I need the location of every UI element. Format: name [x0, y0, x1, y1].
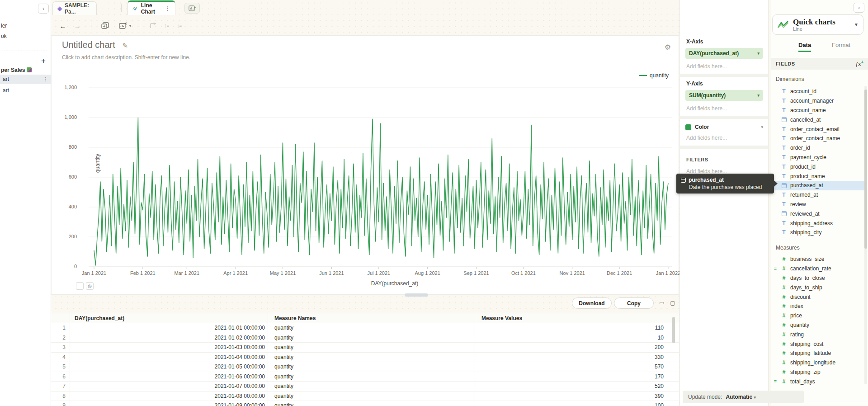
field-item-payment_cycle[interactable]: Tpayment_cycle	[771, 153, 864, 162]
add-chart-button[interactable]: +	[39, 57, 48, 66]
new-chart-tab-button[interactable]	[184, 3, 200, 14]
tab-line-chart[interactable]: Line Chart ⋮	[127, 0, 175, 15]
kebab-menu-icon[interactable]: ⋮	[43, 75, 48, 84]
field-item-order_id[interactable]: Torder_id	[771, 143, 864, 153]
chevron-down-icon[interactable]: ▼	[854, 22, 859, 27]
table-row[interactable]: 42021-01-04 00:00:00quantity330	[51, 353, 679, 363]
x-axis-field-pill[interactable]: DAY(purchased_at) ▾	[685, 48, 763, 59]
chart-description-placeholder[interactable]: Click to add chart description. Shift-en…	[62, 54, 190, 61]
field-item-review[interactable]: Treview	[771, 200, 864, 209]
field-name-label: discount	[790, 294, 811, 300]
y-axis-field-pill[interactable]: SUM(quantity) ▾	[685, 90, 763, 101]
field-item-shipping_address[interactable]: Tshipping_address	[771, 218, 864, 228]
sort-descending-icon[interactable]: ↓≡	[174, 21, 184, 31]
sidebar-item[interactable]: ok	[0, 32, 51, 41]
color-shelf-row[interactable]: Color ▾	[685, 122, 763, 132]
resize-handle[interactable]	[405, 293, 428, 297]
column-header[interactable]: Measure Names	[268, 313, 475, 323]
field-item-index[interactable]: #index	[771, 302, 864, 311]
color-drop-placeholder[interactable]: Add fields here...	[686, 135, 727, 141]
fields-scrollbar[interactable]	[864, 86, 867, 384]
copy-button[interactable]: Copy	[614, 297, 654, 309]
line-chart-plot[interactable]	[80, 84, 674, 270]
tab-sample-dataset[interactable]: ◈ SAMPLE: Pa...	[52, 1, 97, 15]
dropdown-caret-icon[interactable]: ▾	[127, 21, 133, 31]
sidebar-item[interactable]: ler	[0, 21, 51, 30]
add-calculation-icon[interactable]: ƒx+	[855, 60, 863, 68]
table-row[interactable]: 22021-01-02 00:00:00quantity10	[51, 333, 679, 343]
table-row[interactable]: 12021-01-01 00:00:00quantity110	[51, 323, 679, 333]
chevron-down-icon[interactable]: ▾	[757, 51, 760, 56]
sidebar-item-chart-selected[interactable]: art ⋮	[0, 75, 51, 84]
field-item-shipping_longitude[interactable]: #shipping_longitude	[771, 358, 864, 368]
panel-collapse-icon[interactable]: ›	[854, 3, 864, 13]
duplicate-chart-icon[interactable]	[100, 21, 111, 31]
field-item-quantity[interactable]: #quantity	[771, 321, 864, 330]
scrollbar-thumb[interactable]	[864, 90, 867, 249]
field-item-product_name[interactable]: Tproduct_name	[771, 171, 864, 181]
field-item-returned_at[interactable]: Treturned_at	[771, 190, 864, 200]
zoom-out-button[interactable]: −	[76, 282, 84, 290]
field-item-shipping_cost[interactable]: #shipping_cost	[771, 339, 864, 349]
chart-title[interactable]: Untitled chart ✎	[62, 40, 128, 50]
pencil-icon[interactable]: ✎	[122, 42, 128, 49]
table-cell: quantity	[268, 372, 475, 382]
field-item-order_contact_email[interactable]: Torder_contact_email	[771, 124, 864, 134]
table-row[interactable]: 72021-01-07 00:00:00quantity520	[51, 382, 679, 392]
table-row[interactable]: 52021-01-05 00:00:00quantity570	[51, 362, 679, 372]
sidebar-collapse-icon[interactable]: ‹	[38, 4, 49, 14]
field-item-cancellation_rate[interactable]: =#cancellation_rate	[771, 264, 864, 274]
table-cell: 8	[51, 392, 70, 401]
forward-arrow-icon[interactable]: →	[72, 21, 83, 31]
sidebar-item-chart[interactable]: art	[0, 86, 51, 95]
text-field-icon: T	[781, 145, 787, 151]
field-item-reviewed_at[interactable]: reviewed_at	[771, 209, 864, 218]
field-item-days_to_close[interactable]: #days_to_close	[771, 274, 864, 283]
table-scrollbar[interactable]	[672, 317, 675, 343]
quantity-line-series[interactable]	[94, 118, 668, 265]
tab-data[interactable]: Data	[798, 42, 811, 52]
field-item-days_to_ship[interactable]: #days_to_ship	[771, 283, 864, 292]
transpose-icon[interactable]	[148, 21, 159, 31]
field-item-product_id[interactable]: Tproduct_id	[771, 162, 864, 171]
chevron-down-icon[interactable]: ▾	[761, 125, 763, 129]
table-row[interactable]: 82021-01-08 00:00:00quantity390	[51, 392, 679, 401]
field-item-total_days[interactable]: =#total_days	[771, 377, 864, 386]
tab-format[interactable]: Format	[832, 42, 850, 51]
maximize-view-icon[interactable]: ▢	[669, 299, 677, 307]
field-item-business_size[interactable]: #business_size	[771, 255, 864, 264]
field-item-account_id[interactable]: Taccount_id	[771, 87, 864, 96]
field-item-shipping_zip[interactable]: #shipping_zip	[771, 368, 864, 377]
back-arrow-icon[interactable]: ←	[57, 21, 68, 31]
reset-zoom-button[interactable]: ◎	[86, 282, 94, 290]
field-item-order_contact_name[interactable]: Torder_contact_name	[771, 134, 864, 143]
update-mode-select[interactable]: Automatic ▾	[726, 394, 756, 400]
sidebar-folder-paper-sales[interactable]: per Sales	[0, 66, 51, 75]
table-cell: 100	[475, 401, 671, 406]
field-item-cancelled_at[interactable]: cancelled_at	[771, 115, 864, 124]
field-item-shipping_city[interactable]: Tshipping_city	[771, 228, 864, 237]
table-row[interactable]: 32021-01-03 00:00:00quantity200	[51, 343, 679, 353]
field-item-purchased_at[interactable]: purchased_at	[771, 181, 864, 190]
y-axis-drop-placeholder[interactable]: Add fields here...	[686, 105, 727, 112]
field-item-price[interactable]: #price	[771, 311, 864, 321]
field-item-shipping_latitude[interactable]: #shipping_latitude	[771, 349, 864, 358]
field-item-rating[interactable]: #rating	[771, 330, 864, 339]
tooltip-field-name: purchased_at	[689, 177, 724, 183]
x-axis-drop-placeholder[interactable]: Add fields here...	[686, 63, 727, 70]
field-item-discount[interactable]: #discount	[771, 292, 864, 302]
download-button[interactable]: Download	[572, 297, 612, 309]
chart-type-picker[interactable]: Quick charts Line ▼	[772, 14, 863, 35]
table-row[interactable]: 62021-01-06 00:00:00quantity170	[51, 372, 679, 382]
sort-ascending-icon[interactable]: ↑≡	[161, 21, 172, 31]
minimize-view-icon[interactable]: ▭	[658, 299, 666, 307]
number-field-icon: #	[781, 369, 787, 375]
gear-icon[interactable]: ⚙	[662, 42, 673, 52]
column-header[interactable]: DAY(purchased_at)	[70, 313, 268, 323]
field-item-account_manager[interactable]: Taccount_manager	[771, 96, 864, 106]
chevron-down-icon[interactable]: ▾	[757, 93, 760, 98]
field-item-account_name[interactable]: Taccount_name	[771, 106, 864, 115]
column-header[interactable]: Measure Values	[475, 313, 671, 323]
kebab-menu-icon[interactable]: ⋮	[165, 5, 170, 12]
table-row[interactable]: 92021-01-09 00:00:00quantity100	[51, 401, 679, 406]
